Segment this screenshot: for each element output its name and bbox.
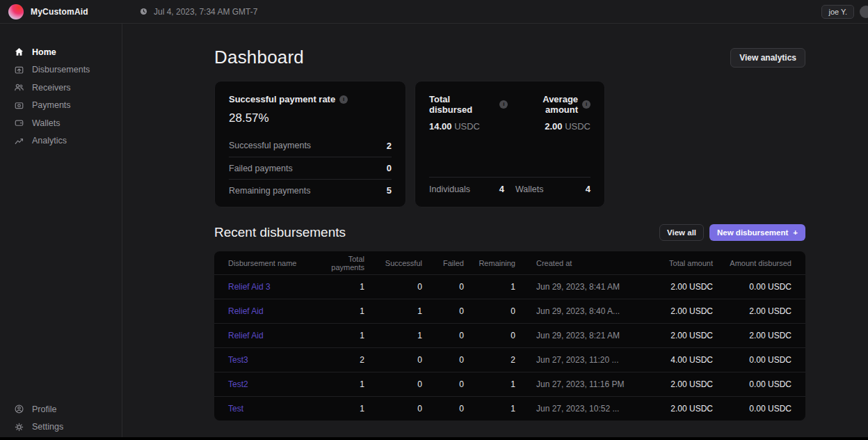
cell-remaining: 1 [464, 282, 515, 292]
col-header-amount-disbursed: Amount disbursed [713, 259, 791, 267]
clock-icon [139, 7, 148, 16]
view-analytics-button[interactable]: View analytics [730, 48, 805, 68]
stat-label: Failed payments [229, 164, 293, 173]
stat-value: 5 [387, 185, 392, 196]
total-disbursed-amount: 14.00 [429, 121, 452, 132]
sidebar-item-label: Analytics [32, 136, 67, 146]
brand[interactable]: MyCustomAid [8, 4, 122, 19]
sidebar-item-home[interactable]: Home [0, 43, 122, 61]
cell-successful: 0 [364, 379, 422, 389]
disbursement-link[interactable]: Test3 [228, 355, 319, 365]
stat-label: Wallets [515, 184, 544, 194]
total-disbursed-block: Total disbursed i 14.00 USDC [429, 94, 508, 132]
card-title: Average amount [508, 94, 578, 115]
cell-created-at: Jun 27, 2023, 10:52 ... [515, 404, 634, 414]
cell-created-at: Jun 29, 2023, 8:21 AM [515, 331, 634, 340]
sidebar-item-label: Home [32, 47, 56, 57]
table-row: Relief Aid 1 1 0 0 Jun 29, 2023, 8:21 AM… [214, 323, 805, 347]
disbursement-link[interactable]: Relief Aid [228, 306, 319, 316]
payments-icon [14, 100, 24, 111]
new-disbursement-label: New disbursement [717, 228, 788, 237]
analytics-icon [14, 136, 24, 146]
payment-stats: Successful payments 2 Failed payments 0 … [229, 134, 392, 201]
cell-amount-disbursed: 0.00 USDC [713, 282, 791, 292]
sidebar-footer: Profile Settings [0, 400, 122, 437]
user-menu-button[interactable]: joe Y. [821, 5, 854, 19]
sidebar-item-label: Wallets [32, 118, 61, 128]
sidebar-item-label: Settings [32, 422, 63, 432]
sidebar-item-profile[interactable]: Profile [0, 400, 122, 418]
table-row: Test2 1 0 0 1 Jun 27, 2023, 11:16 PM 2.0… [214, 372, 805, 396]
cell-remaining: 1 [464, 379, 515, 389]
info-icon[interactable]: i [339, 95, 348, 104]
cell-amount-disbursed: 0.00 USDC [713, 404, 791, 414]
table-row: Relief Aid 3 1 0 0 1 Jun 29, 2023, 8:41 … [214, 274, 805, 299]
cell-total-payments: 1 [319, 331, 364, 340]
cell-total-payments: 1 [319, 379, 364, 389]
table-header-row: Disbursement name Total payments Success… [214, 251, 805, 274]
cell-total-amount: 2.00 USDC [634, 404, 713, 414]
cell-successful: 0 [364, 404, 422, 414]
wallets-pair: Wallets 4 [515, 184, 590, 194]
topbar: MyCustomAid Jul 4, 2023, 7:34 AM GMT-7 j… [0, 0, 868, 24]
cell-failed: 0 [422, 404, 464, 414]
stat-value: 0 [387, 163, 392, 173]
new-disbursement-button[interactable]: New disbursement + [709, 224, 805, 241]
sidebar-item-label: Receivers [32, 83, 71, 93]
main-content: Dashboard View analytics Successful paym… [122, 24, 868, 437]
totals-footer: Individuals 4 Wallets 4 [429, 177, 590, 194]
average-amount-value: 2.00 [545, 121, 562, 132]
disbursement-link[interactable]: Test2 [228, 379, 319, 389]
cell-amount-disbursed: 0.00 USDC [713, 379, 791, 389]
datetime-label: Jul 4, 2023, 7:34 AM GMT-7 [154, 7, 257, 17]
col-header-total-payments: Total payments [319, 255, 364, 272]
disbursement-link[interactable]: Test [228, 404, 319, 414]
cell-remaining: 0 [464, 331, 515, 340]
topbar-right: joe Y. [821, 0, 861, 24]
topbar-datetime: Jul 4, 2023, 7:34 AM GMT-7 [139, 7, 257, 17]
disbursement-link[interactable]: Relief Aid 3 [228, 282, 319, 292]
cell-created-at: Jun 27, 2023, 11:16 PM [515, 379, 634, 389]
cell-total-payments: 1 [319, 306, 364, 316]
info-icon[interactable]: i [499, 100, 508, 109]
stat-row-remaining: Remaining payments 5 [229, 179, 392, 201]
sidebar-item-label: Payments [32, 100, 71, 110]
cell-failed: 0 [422, 282, 464, 292]
page-title: Dashboard [214, 47, 304, 68]
cell-successful: 0 [364, 355, 422, 365]
sidebar-item-settings[interactable]: Settings [0, 418, 122, 437]
sidebar-item-disbursements[interactable]: Disbursements [0, 61, 122, 79]
sidebar-item-wallets[interactable]: Wallets [0, 114, 122, 132]
disbursement-link[interactable]: Relief Aid [228, 331, 319, 340]
stat-label: Individuals [429, 184, 470, 194]
table-row: Test 1 0 0 1 Jun 27, 2023, 10:52 ... 2.0… [214, 396, 805, 421]
stat-value: 4 [586, 184, 590, 194]
cell-total-amount: 2.00 USDC [634, 282, 713, 292]
cell-successful: 1 [364, 306, 422, 316]
avatar[interactable] [860, 6, 868, 18]
disbursements-table: Disbursement name Total payments Success… [214, 251, 805, 421]
cell-total-amount: 2.00 USDC [634, 331, 713, 340]
sidebar-item-analytics[interactable]: Analytics [0, 132, 122, 150]
info-icon[interactable]: i [582, 100, 590, 109]
cell-successful: 1 [364, 331, 422, 340]
sidebar-item-payments[interactable]: Payments [0, 97, 122, 115]
stat-value: 2 [387, 141, 392, 151]
app-name: MyCustomAid [31, 7, 88, 17]
col-header-total-amount: Total amount [634, 259, 713, 267]
cell-remaining: 0 [464, 306, 515, 316]
view-all-button[interactable]: View all [659, 224, 704, 241]
col-header-failed: Failed [422, 259, 464, 267]
cell-created-at: Jun 29, 2023, 8:40 A... [515, 306, 634, 316]
app-window: MyCustomAid Jul 4, 2023, 7:34 AM GMT-7 j… [0, 0, 868, 440]
cell-successful: 0 [364, 282, 422, 292]
bottom-edge [0, 437, 868, 440]
home-icon [14, 47, 24, 57]
sidebar-item-receivers[interactable]: Receivers [0, 79, 122, 97]
stat-row-failed: Failed payments 0 [229, 157, 392, 179]
recent-disbursements-title: Recent disbursements [214, 225, 346, 240]
average-amount-block: Average amount i 2.00 USDC [508, 94, 590, 132]
cell-failed: 0 [422, 355, 464, 365]
payment-rate-value: 28.57% [229, 111, 392, 125]
card-title: Successful payment rate [229, 94, 335, 104]
